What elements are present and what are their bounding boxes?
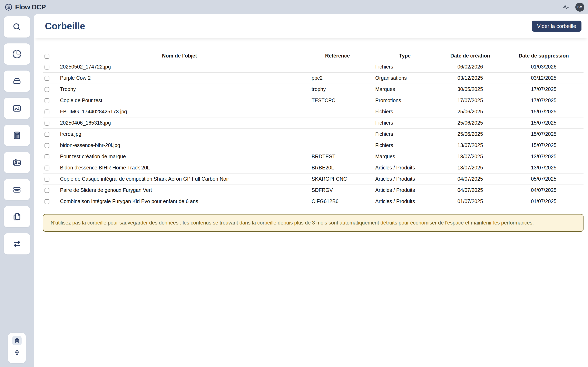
cell-name: Copie de Casque intégral de compétition …	[57, 173, 302, 184]
cell-reference	[302, 61, 373, 72]
cell-created: 25/06/2025	[437, 117, 504, 128]
cell-reference: trophy	[302, 83, 373, 95]
app-logo-icon	[5, 3, 12, 11]
row-checkbox[interactable]	[44, 76, 49, 81]
trash-table: Nom de l'objetRéférenceTypeDate de créat…	[43, 50, 584, 207]
table-row: Bidon d'essence BIHR Home Track 20LBRBE2…	[43, 162, 584, 173]
cell-deleted: 03/12/2025	[504, 72, 584, 83]
row-checkbox[interactable]	[44, 177, 49, 182]
cell-type: Fichiers	[373, 106, 437, 117]
cell-reference	[302, 106, 373, 117]
sidebar-item-search[interactable]	[4, 16, 30, 38]
cell-created: 25/06/2025	[437, 128, 504, 140]
empty-trash-button[interactable]: Vider la corbeille	[532, 21, 581, 32]
transfer-arrows-icon	[12, 239, 22, 249]
activity-icon[interactable]	[562, 4, 569, 11]
cell-name: Trophy	[57, 83, 302, 95]
cell-type: Articles / Produits	[373, 184, 437, 196]
column-header: Date de création	[437, 50, 504, 61]
row-checkbox[interactable]	[44, 166, 49, 170]
sidebar-item-media[interactable]	[4, 98, 30, 119]
table-row: Paire de Sliders de genoux Furygan VertS…	[43, 184, 584, 196]
cell-deleted: 04/07/2025	[504, 184, 584, 196]
cell-reference: CIFG612B6	[302, 196, 373, 207]
row-checkbox[interactable]	[44, 154, 49, 159]
cell-deleted: 05/07/2025	[504, 173, 584, 184]
sidebar-item-contacts[interactable]	[4, 152, 30, 173]
cell-name: 20250502_174722.jpg	[57, 61, 302, 72]
cell-type: Organisations	[373, 72, 437, 83]
cell-type: Fichiers	[373, 61, 437, 72]
sidebar-item-archive[interactable]	[4, 71, 30, 92]
cell-name: Purple Cow 2	[57, 72, 302, 83]
cell-deleted: 13/07/2025	[504, 162, 584, 173]
settings-button[interactable]	[12, 348, 22, 357]
cell-reference: SDFRGV	[302, 184, 373, 196]
cell-type: Articles / Produits	[373, 173, 437, 184]
id-card-icon	[12, 158, 22, 167]
cell-deleted: 01/07/2025	[504, 196, 584, 207]
cell-reference: TESTCPC	[302, 95, 373, 106]
sidebar-bottom-card	[8, 333, 26, 363]
column-header: Type	[373, 50, 437, 61]
sidebar-item-stats[interactable]	[4, 43, 30, 65]
sidebar-item-documents[interactable]	[4, 206, 30, 227]
row-checkbox[interactable]	[44, 188, 49, 193]
cell-deleted: 15/07/2025	[504, 140, 584, 151]
cell-reference: ppc2	[302, 72, 373, 83]
cell-type: Marques	[373, 83, 437, 95]
table-row: FB_IMG_1744028425173.jpgFichiers25/06/20…	[43, 106, 584, 117]
sidebar-item-transfers[interactable]	[4, 233, 30, 254]
row-checkbox[interactable]	[44, 132, 49, 137]
cell-name: 20250406_165318.jpg	[57, 117, 302, 128]
row-checkbox[interactable]	[44, 98, 49, 103]
cell-created: 04/07/2025	[437, 184, 504, 196]
cell-type: Fichiers	[373, 140, 437, 151]
cell-created: 01/07/2025	[437, 196, 504, 207]
main-content: Corbeille Vider la corbeille Nom de l'ob…	[34, 14, 588, 367]
row-checkbox[interactable]	[44, 87, 49, 92]
cell-reference: BRBE20L	[302, 162, 373, 173]
table-row: 20250502_174722.jpgFichiers06/02/202601/…	[43, 61, 584, 72]
archive-drawer-icon	[12, 76, 22, 86]
row-checkbox[interactable]	[44, 121, 49, 125]
inbox-tray-icon	[12, 185, 22, 194]
column-header: Date de suppression	[504, 50, 584, 61]
table-row: Purple Cow 2ppc2Organisations03/12/20250…	[43, 72, 584, 83]
select-all-checkbox[interactable]	[44, 54, 49, 59]
row-checkbox[interactable]	[44, 143, 49, 148]
cell-name: Copie de Pour test	[57, 95, 302, 106]
cell-deleted: 15/07/2025	[504, 128, 584, 140]
cell-created: 25/06/2025	[437, 106, 504, 117]
column-header: Nom de l'objet	[57, 50, 302, 61]
avatar[interactable]: SM	[575, 3, 584, 12]
sidebar-item-calculator[interactable]	[4, 125, 30, 146]
calculator-icon	[12, 131, 22, 140]
warning-text: N'utilisez pas la corbeille pour sauvega…	[51, 220, 534, 226]
gear-icon	[14, 350, 20, 355]
sidebar-item-inbox[interactable]	[4, 179, 30, 200]
cell-name: Bidon d'essence BIHR Home Track 20L	[57, 162, 302, 173]
topbar: Flow DCP SM	[0, 0, 588, 14]
cell-deleted: 17/07/2025	[504, 95, 584, 106]
table-row: bidon-essence-bihr-20l.jpgFichiers13/07/…	[43, 140, 584, 151]
table-row: freres.jpgFichiers25/06/202515/07/2025	[43, 128, 584, 140]
cell-created: 06/02/2026	[437, 61, 504, 72]
cell-type: Fichiers	[373, 128, 437, 140]
cell-reference	[302, 140, 373, 151]
cell-name: Pour test création de marque	[57, 151, 302, 162]
row-checkbox[interactable]	[44, 199, 49, 204]
row-checkbox[interactable]	[44, 65, 49, 69]
table-row: Pour test création de marqueBRDTESTMarqu…	[43, 151, 584, 162]
row-checkbox[interactable]	[44, 109, 49, 114]
cell-reference: SKARGPFCNC	[302, 173, 373, 184]
cell-reference	[302, 128, 373, 140]
table-row: Combinaison intégrale Furygan Kid Evo po…	[43, 196, 584, 207]
topbar-right: SM	[562, 3, 584, 12]
cell-deleted: 15/07/2025	[504, 117, 584, 128]
cell-created: 13/07/2025	[437, 140, 504, 151]
table-row: Copie de Casque intégral de compétition …	[43, 173, 584, 184]
trash-nav-button[interactable]	[12, 336, 22, 345]
table-row: Copie de Pour testTESTCPCPromotions17/07…	[43, 95, 584, 106]
cell-name: FB_IMG_1744028425173.jpg	[57, 106, 302, 117]
